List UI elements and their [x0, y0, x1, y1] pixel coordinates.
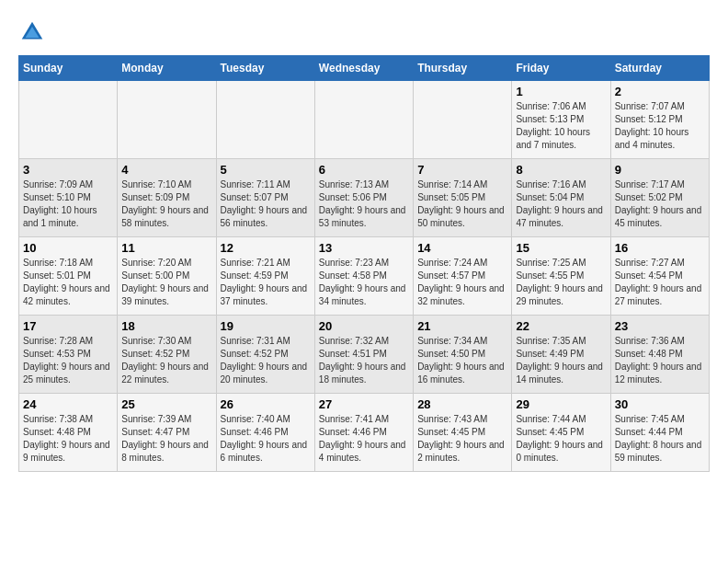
calendar-cell: 30Sunrise: 7:45 AM Sunset: 4:44 PM Dayli…	[610, 394, 709, 472]
calendar-cell: 20Sunrise: 7:32 AM Sunset: 4:51 PM Dayli…	[314, 316, 413, 394]
day-info: Sunrise: 7:41 AM Sunset: 4:46 PM Dayligh…	[319, 413, 409, 465]
day-info: Sunrise: 7:24 AM Sunset: 4:57 PM Dayligh…	[417, 257, 507, 308]
weekday-header-friday: Friday	[512, 56, 610, 81]
logo	[18, 18, 50, 46]
calendar-cell: 1Sunrise: 7:06 AM Sunset: 5:13 PM Daylig…	[512, 81, 610, 159]
day-info: Sunrise: 7:06 AM Sunset: 5:13 PM Dayligh…	[516, 100, 606, 152]
calendar-cell: 16Sunrise: 7:27 AM Sunset: 4:54 PM Dayli…	[610, 237, 709, 316]
day-number: 10	[23, 241, 113, 255]
calendar-week-row: 10Sunrise: 7:18 AM Sunset: 5:01 PM Dayli…	[19, 237, 710, 316]
day-info: Sunrise: 7:30 AM Sunset: 4:52 PM Dayligh…	[121, 335, 211, 386]
calendar-cell	[118, 81, 216, 159]
day-info: Sunrise: 7:44 AM Sunset: 4:45 PM Dayligh…	[516, 413, 606, 465]
day-info: Sunrise: 7:14 AM Sunset: 5:05 PM Dayligh…	[417, 178, 507, 230]
weekday-header-row: SundayMondayTuesdayWednesdayThursdayFrid…	[19, 56, 710, 81]
day-info: Sunrise: 7:27 AM Sunset: 4:54 PM Dayligh…	[615, 257, 705, 308]
day-number: 12	[221, 241, 311, 255]
day-info: Sunrise: 7:43 AM Sunset: 4:45 PM Dayligh…	[417, 413, 507, 465]
day-number: 27	[319, 397, 409, 411]
calendar-cell: 23Sunrise: 7:36 AM Sunset: 4:48 PM Dayli…	[610, 316, 709, 394]
day-number: 17	[23, 319, 113, 333]
day-info: Sunrise: 7:17 AM Sunset: 5:02 PM Dayligh…	[615, 178, 705, 230]
calendar-cell: 5Sunrise: 7:11 AM Sunset: 5:07 PM Daylig…	[216, 159, 314, 237]
day-number: 24	[23, 397, 113, 411]
calendar-cell	[19, 81, 118, 159]
calendar-cell: 17Sunrise: 7:28 AM Sunset: 4:53 PM Dayli…	[19, 316, 118, 394]
calendar-cell: 29Sunrise: 7:44 AM Sunset: 4:45 PM Dayli…	[512, 394, 610, 472]
day-number: 19	[221, 319, 311, 333]
page-header	[18, 18, 710, 46]
calendar-week-row: 17Sunrise: 7:28 AM Sunset: 4:53 PM Dayli…	[19, 316, 710, 394]
calendar-cell: 6Sunrise: 7:13 AM Sunset: 5:06 PM Daylig…	[314, 159, 413, 237]
day-number: 9	[615, 163, 705, 177]
day-info: Sunrise: 7:31 AM Sunset: 4:52 PM Dayligh…	[221, 335, 311, 386]
calendar-cell: 8Sunrise: 7:16 AM Sunset: 5:04 PM Daylig…	[512, 159, 610, 237]
calendar-cell	[414, 81, 512, 159]
day-number: 7	[417, 163, 507, 177]
day-info: Sunrise: 7:16 AM Sunset: 5:04 PM Dayligh…	[516, 178, 606, 230]
calendar-cell: 10Sunrise: 7:18 AM Sunset: 5:01 PM Dayli…	[19, 237, 118, 316]
day-number: 30	[615, 397, 705, 411]
calendar-cell: 24Sunrise: 7:38 AM Sunset: 4:48 PM Dayli…	[19, 394, 118, 472]
day-info: Sunrise: 7:36 AM Sunset: 4:48 PM Dayligh…	[615, 335, 705, 386]
day-info: Sunrise: 7:09 AM Sunset: 5:10 PM Dayligh…	[23, 178, 113, 230]
day-number: 15	[516, 241, 606, 255]
day-number: 11	[121, 241, 211, 255]
calendar-cell: 27Sunrise: 7:41 AM Sunset: 4:46 PM Dayli…	[314, 394, 413, 472]
day-info: Sunrise: 7:10 AM Sunset: 5:09 PM Dayligh…	[121, 178, 211, 230]
day-info: Sunrise: 7:20 AM Sunset: 5:00 PM Dayligh…	[121, 257, 211, 308]
day-info: Sunrise: 7:40 AM Sunset: 4:46 PM Dayligh…	[221, 413, 311, 465]
calendar-cell	[216, 81, 314, 159]
day-info: Sunrise: 7:34 AM Sunset: 4:50 PM Dayligh…	[417, 335, 507, 386]
calendar-cell: 26Sunrise: 7:40 AM Sunset: 4:46 PM Dayli…	[216, 394, 314, 472]
calendar-cell: 22Sunrise: 7:35 AM Sunset: 4:49 PM Dayli…	[512, 316, 610, 394]
day-info: Sunrise: 7:13 AM Sunset: 5:06 PM Dayligh…	[319, 178, 409, 230]
day-number: 13	[319, 241, 409, 255]
day-number: 18	[121, 319, 211, 333]
calendar-cell: 7Sunrise: 7:14 AM Sunset: 5:05 PM Daylig…	[414, 159, 512, 237]
day-number: 1	[516, 85, 606, 98]
weekday-header-tuesday: Tuesday	[216, 56, 314, 81]
day-info: Sunrise: 7:28 AM Sunset: 4:53 PM Dayligh…	[23, 335, 113, 386]
day-info: Sunrise: 7:21 AM Sunset: 4:59 PM Dayligh…	[221, 257, 311, 308]
calendar-cell: 13Sunrise: 7:23 AM Sunset: 4:58 PM Dayli…	[314, 237, 413, 316]
day-number: 2	[615, 85, 705, 98]
day-number: 14	[417, 241, 507, 255]
calendar-cell: 4Sunrise: 7:10 AM Sunset: 5:09 PM Daylig…	[118, 159, 216, 237]
calendar-week-row: 1Sunrise: 7:06 AM Sunset: 5:13 PM Daylig…	[19, 81, 710, 159]
day-info: Sunrise: 7:23 AM Sunset: 4:58 PM Dayligh…	[319, 257, 409, 308]
calendar-cell: 2Sunrise: 7:07 AM Sunset: 5:12 PM Daylig…	[610, 81, 709, 159]
day-number: 22	[516, 319, 606, 333]
day-number: 29	[516, 397, 606, 411]
weekday-header-wednesday: Wednesday	[314, 56, 413, 81]
day-info: Sunrise: 7:45 AM Sunset: 4:44 PM Dayligh…	[615, 413, 705, 465]
calendar-cell: 14Sunrise: 7:24 AM Sunset: 4:57 PM Dayli…	[414, 237, 512, 316]
day-number: 21	[417, 319, 507, 333]
day-info: Sunrise: 7:39 AM Sunset: 4:47 PM Dayligh…	[121, 413, 211, 465]
calendar-cell: 3Sunrise: 7:09 AM Sunset: 5:10 PM Daylig…	[19, 159, 118, 237]
weekday-header-monday: Monday	[118, 56, 216, 81]
day-info: Sunrise: 7:25 AM Sunset: 4:55 PM Dayligh…	[516, 257, 606, 308]
day-number: 3	[23, 163, 113, 177]
calendar-week-row: 24Sunrise: 7:38 AM Sunset: 4:48 PM Dayli…	[19, 394, 710, 472]
calendar-cell: 18Sunrise: 7:30 AM Sunset: 4:52 PM Dayli…	[118, 316, 216, 394]
calendar-cell: 19Sunrise: 7:31 AM Sunset: 4:52 PM Dayli…	[216, 316, 314, 394]
calendar-cell: 12Sunrise: 7:21 AM Sunset: 4:59 PM Dayli…	[216, 237, 314, 316]
calendar-cell: 9Sunrise: 7:17 AM Sunset: 5:02 PM Daylig…	[610, 159, 709, 237]
calendar-cell: 25Sunrise: 7:39 AM Sunset: 4:47 PM Dayli…	[118, 394, 216, 472]
day-number: 16	[615, 241, 705, 255]
calendar-table: SundayMondayTuesdayWednesdayThursdayFrid…	[18, 55, 710, 472]
day-info: Sunrise: 7:07 AM Sunset: 5:12 PM Dayligh…	[615, 100, 705, 152]
day-number: 25	[121, 397, 211, 411]
calendar-cell	[314, 81, 413, 159]
day-info: Sunrise: 7:18 AM Sunset: 5:01 PM Dayligh…	[23, 257, 113, 308]
day-number: 4	[121, 163, 211, 177]
day-number: 23	[615, 319, 705, 333]
weekday-header-sunday: Sunday	[19, 56, 118, 81]
day-info: Sunrise: 7:35 AM Sunset: 4:49 PM Dayligh…	[516, 335, 606, 386]
calendar-cell: 21Sunrise: 7:34 AM Sunset: 4:50 PM Dayli…	[414, 316, 512, 394]
calendar-week-row: 3Sunrise: 7:09 AM Sunset: 5:10 PM Daylig…	[19, 159, 710, 237]
weekday-header-thursday: Thursday	[414, 56, 512, 81]
day-number: 26	[221, 397, 311, 411]
calendar-cell: 11Sunrise: 7:20 AM Sunset: 5:00 PM Dayli…	[118, 237, 216, 316]
